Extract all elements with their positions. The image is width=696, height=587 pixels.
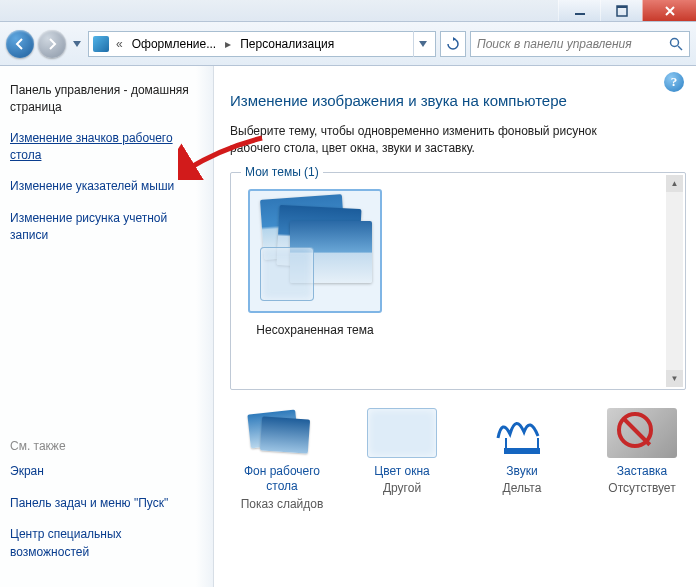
- customization-row: Фон рабочего стола Показ слайдов Цвет ок…: [230, 408, 686, 511]
- navigation-bar: « Оформление... ▸ Персонализация Поиск в…: [0, 22, 696, 66]
- desktop-background-button[interactable]: Фон рабочего стола Показ слайдов: [238, 408, 326, 511]
- scrollbar[interactable]: ▲ ▼: [666, 175, 683, 387]
- theme-thumbnail: [248, 189, 382, 313]
- svg-rect-0: [575, 13, 585, 15]
- search-placeholder: Поиск в панели управления: [477, 37, 632, 51]
- sounds-button[interactable]: Звуки Дельта: [478, 408, 566, 511]
- breadcrumb-prefix: «: [113, 37, 126, 51]
- forward-button[interactable]: [38, 30, 66, 58]
- scroll-down-icon[interactable]: ▼: [666, 370, 683, 387]
- sidebar-link-display[interactable]: Экран: [10, 463, 201, 480]
- address-dropdown-icon[interactable]: [413, 31, 431, 57]
- window-color-icon: [367, 408, 437, 458]
- sidebar-home-link[interactable]: Панель управления - домашняя страница: [10, 82, 201, 116]
- themes-group-label: Мои темы (1): [241, 165, 323, 179]
- svg-point-3: [671, 38, 679, 46]
- wallpaper-value: Показ слайдов: [238, 497, 326, 511]
- wallpaper-icon: [247, 408, 317, 458]
- svg-rect-4: [504, 448, 540, 454]
- breadcrumb-segment[interactable]: Персонализация: [238, 37, 336, 51]
- breadcrumb-segment[interactable]: Оформление...: [130, 37, 219, 51]
- sidebar-link-desktop-icons[interactable]: Изменение значков рабочего стола: [10, 130, 201, 165]
- refresh-button[interactable]: [440, 31, 466, 57]
- screensaver-button[interactable]: Заставка Отсутствует: [598, 408, 686, 511]
- sounds-value: Дельта: [478, 481, 566, 495]
- sidebar-link-mouse-pointers[interactable]: Изменение указателей мыши: [10, 178, 201, 195]
- sidebar-link-accessibility[interactable]: Центр специальных возможностей: [10, 526, 201, 561]
- svg-rect-2: [617, 6, 627, 8]
- control-panel-icon: [93, 36, 109, 52]
- page-heading: Изменение изображения и звука на компьют…: [230, 90, 610, 111]
- help-icon[interactable]: ?: [664, 72, 684, 92]
- sidebar-link-account-picture[interactable]: Изменение рисунка учетной записи: [10, 210, 201, 245]
- see-also-label: См. также: [10, 439, 201, 453]
- theme-item[interactable]: Несохраненная тема: [239, 189, 391, 337]
- search-box[interactable]: Поиск в панели управления: [470, 31, 690, 57]
- sounds-label: Звуки: [478, 464, 566, 480]
- window-titlebar: [0, 0, 696, 22]
- color-value: Другой: [358, 481, 446, 495]
- sidebar: Панель управления - домашняя страница Из…: [0, 66, 214, 587]
- search-icon: [669, 37, 683, 51]
- content-area: ? Изменение изображения и звука на компь…: [214, 66, 696, 587]
- sounds-icon: [487, 408, 557, 458]
- screensaver-value: Отсутствует: [598, 481, 686, 495]
- history-dropdown-icon[interactable]: [70, 34, 84, 54]
- scroll-up-icon[interactable]: ▲: [666, 175, 683, 192]
- minimize-button[interactable]: [558, 0, 600, 21]
- page-description: Выберите тему, чтобы одновременно измени…: [230, 123, 630, 158]
- address-bar[interactable]: « Оформление... ▸ Персонализация: [88, 31, 436, 57]
- screensaver-icon: [607, 408, 677, 458]
- screensaver-label: Заставка: [598, 464, 686, 480]
- theme-name: Несохраненная тема: [239, 323, 391, 337]
- themes-group: Мои темы (1) ▲ ▼ Несохраненная тема: [230, 172, 686, 390]
- maximize-button[interactable]: [600, 0, 642, 21]
- sidebar-link-taskbar[interactable]: Панель задач и меню "Пуск": [10, 495, 201, 512]
- close-button[interactable]: [642, 0, 696, 21]
- wallpaper-label: Фон рабочего стола: [238, 464, 326, 495]
- back-button[interactable]: [6, 30, 34, 58]
- color-label: Цвет окна: [358, 464, 446, 480]
- window-color-button[interactable]: Цвет окна Другой: [358, 408, 446, 511]
- chevron-right-icon: ▸: [222, 37, 234, 51]
